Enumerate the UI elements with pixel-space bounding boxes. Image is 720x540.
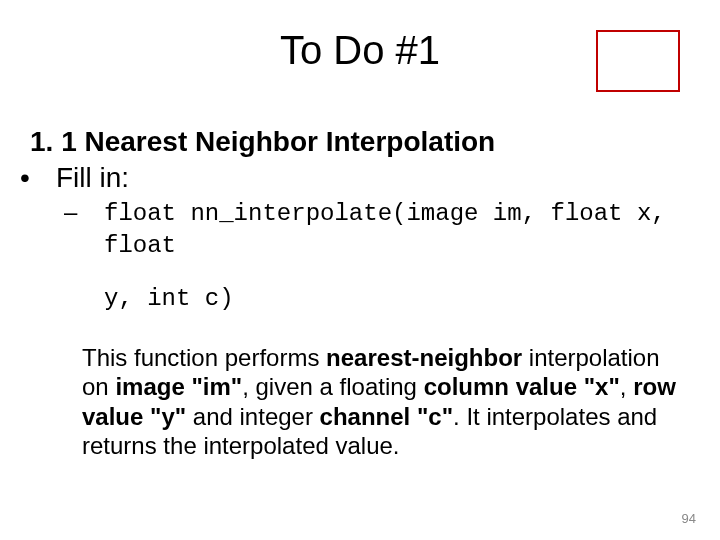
desc-text: ,: [620, 373, 633, 400]
desc-bold-x: column value "x": [424, 373, 620, 400]
slide: To Do #1 1. 1 Nearest Neighbor Interpola…: [0, 0, 720, 540]
desc-bold-im: image "im": [115, 373, 242, 400]
code-line-1: float nn_interpolate(image im, float x, …: [104, 200, 666, 258]
corner-placeholder-box: [596, 30, 680, 92]
desc-bold-c: channel "c": [320, 403, 453, 430]
slide-body: 1. 1 Nearest Neighbor Interpolation Fill…: [30, 125, 684, 460]
bullet-fill-in: Fill in:: [56, 161, 684, 195]
description-paragraph: This function performs nearest-neighbor …: [82, 343, 684, 460]
desc-bold-nn: nearest-neighbor: [326, 344, 522, 371]
section-heading: 1. 1 Nearest Neighbor Interpolation: [30, 125, 684, 159]
desc-text: and integer: [186, 403, 319, 430]
desc-text: This function performs: [82, 344, 326, 371]
code-line-2: y, int c): [104, 284, 684, 313]
page-number: 94: [682, 511, 696, 526]
desc-text: , given a floating: [242, 373, 423, 400]
code-signature: float nn_interpolate(image im, float x, …: [104, 197, 684, 260]
